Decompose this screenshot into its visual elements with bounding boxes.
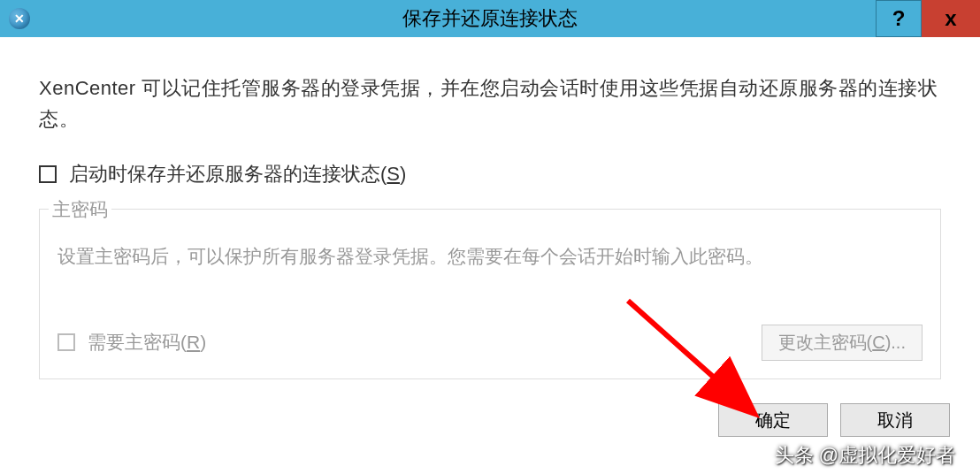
master-password-description: 设置主密码后，可以保护所有服务器登录凭据。您需要在每个会话开始时输入此密码。 [57,241,923,271]
require-password-checkbox [57,333,75,351]
close-button[interactable]: x [922,0,980,37]
save-restore-row: 启动时保存并还原服务器的连接状态(S) [39,161,941,187]
require-password-row: 需要主密码(R) [57,330,206,355]
require-password-label: 需要主密码(R) [88,330,206,355]
watermark: 头条 @虚拟化爱好者 [775,442,955,469]
dialog-description: XenCenter 可以记住托管服务器的登录凭据，并在您启动会话时使用这些凭据自… [39,73,941,134]
app-icon: ✕ [9,8,30,29]
titlebar-buttons: ? x [876,0,980,37]
master-password-bottom: 需要主密码(R) 更改主密码(C)... [57,325,923,361]
master-password-legend: 主密码 [49,197,111,222]
dialog-content: XenCenter 可以记住托管服务器的登录凭据，并在您启动会话时使用这些凭据自… [0,37,980,397]
titlebar: ✕ 保存并还原连接状态 ? x [0,0,980,37]
ok-button[interactable]: 确定 [718,403,828,437]
save-restore-checkbox[interactable] [39,165,57,183]
save-restore-label[interactable]: 启动时保存并还原服务器的连接状态(S) [69,161,406,187]
master-password-group: 主密码 设置主密码后，可以保护所有服务器登录凭据。您需要在每个会话开始时输入此密… [39,209,941,379]
cancel-button[interactable]: 取消 [840,403,950,437]
window-title: 保存并还原连接状态 [402,5,578,32]
dialog-buttons: 确定 取消 [718,403,950,437]
change-password-button: 更改主密码(C)... [762,325,923,361]
help-button[interactable]: ? [876,0,922,37]
